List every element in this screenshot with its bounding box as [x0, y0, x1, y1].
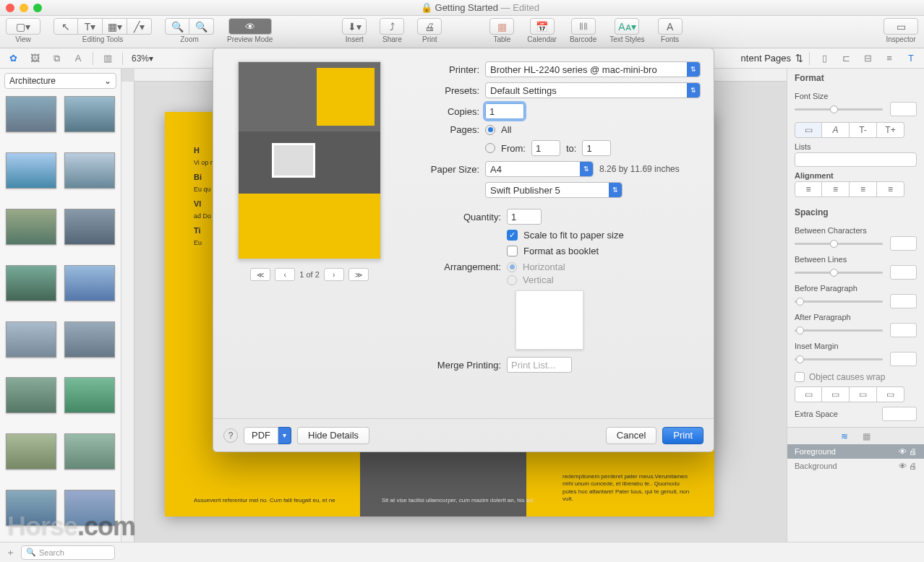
add-icon[interactable]: ＋ — [6, 546, 15, 559]
table-button[interactable]: ▦ — [489, 18, 514, 35]
after-para-slider[interactable] — [795, 325, 883, 335]
thumbnail[interactable] — [64, 209, 115, 245]
tab-text-icon[interactable]: T — [902, 51, 920, 66]
text-tool[interactable]: T▾ — [78, 18, 103, 35]
thumbnail[interactable] — [64, 377, 115, 413]
thumbnail[interactable] — [64, 433, 115, 470]
style-minus[interactable]: T- — [850, 122, 877, 138]
thumbnail[interactable] — [6, 321, 56, 358]
before-para-slider[interactable] — [795, 296, 883, 306]
view-button[interactable]: ▢▾ — [6, 18, 40, 35]
line-spacing-value[interactable] — [890, 265, 917, 280]
align-justify[interactable]: ≡ — [877, 181, 904, 197]
pdf-button[interactable]: PDF▾ — [244, 427, 291, 444]
flower-icon[interactable]: ✿ — [4, 51, 22, 66]
lists-select[interactable] — [795, 152, 917, 167]
char-spacing-value[interactable] — [890, 236, 917, 251]
before-para-value[interactable] — [890, 294, 917, 308]
share-button[interactable]: ⤴ — [380, 18, 404, 35]
wrap-type-2[interactable]: ▭ — [822, 386, 850, 402]
style-italic[interactable]: A — [822, 122, 850, 138]
print-button[interactable]: 🖨 — [417, 18, 442, 35]
char-spacing-slider[interactable] — [795, 238, 883, 248]
font-size-value[interactable] — [890, 102, 917, 116]
pages-all-radio[interactable] — [485, 125, 495, 135]
cancel-button[interactable]: Cancel — [606, 427, 656, 444]
tab-layers-icon[interactable]: ≡ — [881, 51, 898, 66]
minimize-window-button[interactable] — [20, 4, 28, 12]
grid-icon[interactable]: ▦ — [863, 431, 870, 441]
quantity-input[interactable]: 1 — [507, 209, 542, 225]
zoom-window-button[interactable] — [33, 4, 42, 12]
inspector-button[interactable]: ▭ — [884, 18, 918, 35]
after-para-value[interactable] — [890, 323, 917, 337]
thumbnail[interactable] — [64, 490, 115, 526]
text-styles-button[interactable]: Aᴀ▾ — [615, 18, 639, 35]
photos-icon[interactable]: 🖼 — [26, 51, 43, 66]
tab-align-icon[interactable]: ⊟ — [859, 51, 876, 66]
thumbnail[interactable] — [64, 265, 115, 301]
content-pages-label[interactable]: ntent Pages — [741, 53, 791, 64]
preview-prev[interactable]: ‹ — [275, 268, 295, 281]
thumbnail[interactable] — [6, 433, 56, 470]
search-input[interactable]: 🔍 Search — [21, 545, 115, 560]
font-book-icon[interactable]: A — [69, 51, 87, 66]
preview-mode-button[interactable]: 👁 — [228, 18, 272, 35]
foreground-layer[interactable]: Foreground👁 🖨 — [787, 444, 924, 459]
copies-input[interactable]: 1 — [485, 103, 524, 119]
insert-button[interactable]: ⬇▾ — [342, 18, 367, 35]
app-select[interactable]: Swift Publisher 5⇅ — [485, 182, 623, 198]
wrap-type-4[interactable]: ▭ — [877, 386, 904, 402]
calendar-button[interactable]: 📅 — [530, 18, 555, 35]
thumbnail[interactable] — [6, 377, 56, 413]
booklet-checkbox[interactable] — [507, 246, 518, 256]
wrap-checkbox[interactable] — [795, 372, 805, 382]
inset-margin-slider[interactable] — [795, 354, 883, 364]
copy-icon[interactable]: ⧉ — [48, 51, 65, 66]
layers-icon[interactable]: ≋ — [841, 431, 848, 441]
background-layer[interactable]: Background👁 🖨 — [787, 459, 924, 473]
align-left[interactable]: ≡ — [795, 181, 822, 197]
scale-fit-checkbox[interactable]: ✓ — [507, 230, 518, 241]
hide-details-button[interactable]: Hide Details — [297, 427, 369, 444]
thumbnail[interactable] — [6, 96, 56, 132]
select-tool[interactable]: ↖ — [54, 18, 78, 35]
preview-first[interactable]: ≪ — [250, 268, 270, 281]
align-right[interactable]: ≡ — [850, 181, 877, 197]
pages-to-input[interactable]: 1 — [582, 140, 611, 156]
close-window-button[interactable] — [6, 4, 14, 12]
shape-tool[interactable]: ▦▾ — [103, 18, 127, 35]
tab-doc-icon[interactable]: ▯ — [816, 51, 833, 66]
fonts-button[interactable]: A — [658, 18, 683, 35]
style-rect[interactable]: ▭ — [795, 122, 822, 138]
thumbnail[interactable] — [6, 209, 56, 245]
inset-margin-value[interactable] — [890, 352, 917, 366]
pages-view-icon[interactable]: ▥ — [99, 51, 116, 66]
merge-button[interactable]: Print List... — [507, 357, 572, 373]
tab-ruler-icon[interactable]: ⊏ — [837, 51, 855, 66]
line-tool[interactable]: ╱▾ — [127, 18, 152, 35]
font-size-slider[interactable] — [795, 104, 883, 114]
print-confirm-button[interactable]: Print — [662, 427, 703, 444]
help-button[interactable]: ? — [223, 428, 238, 443]
thumbnail[interactable] — [64, 321, 115, 358]
barcode-button[interactable]: ⦀⦀ — [571, 18, 596, 35]
wrap-type-1[interactable]: ▭ — [795, 386, 822, 402]
paper-size-select[interactable]: A4⇅ — [485, 161, 594, 177]
extra-space-value[interactable] — [882, 407, 917, 421]
thumbnail[interactable] — [6, 490, 56, 526]
thumbnail[interactable] — [6, 265, 56, 301]
style-plus[interactable]: T+ — [877, 122, 904, 138]
align-center[interactable]: ≡ — [822, 181, 850, 197]
thumbnail[interactable] — [64, 96, 115, 132]
wrap-type-3[interactable]: ▭ — [850, 386, 877, 402]
line-spacing-slider[interactable] — [795, 267, 883, 277]
zoom-display[interactable]: 63%▾ — [129, 53, 156, 64]
category-select[interactable]: Architecture⌄ — [4, 73, 116, 89]
pages-from-input[interactable]: 1 — [531, 140, 560, 156]
printer-select[interactable]: Brother HL-2240 series @ mac-mini-bro⇅ — [485, 61, 701, 77]
pages-from-radio[interactable] — [485, 143, 495, 153]
zoom-in[interactable]: 🔍 — [189, 18, 214, 35]
thumbnail[interactable] — [64, 152, 115, 189]
presets-select[interactable]: Default Settings⇅ — [485, 82, 701, 98]
